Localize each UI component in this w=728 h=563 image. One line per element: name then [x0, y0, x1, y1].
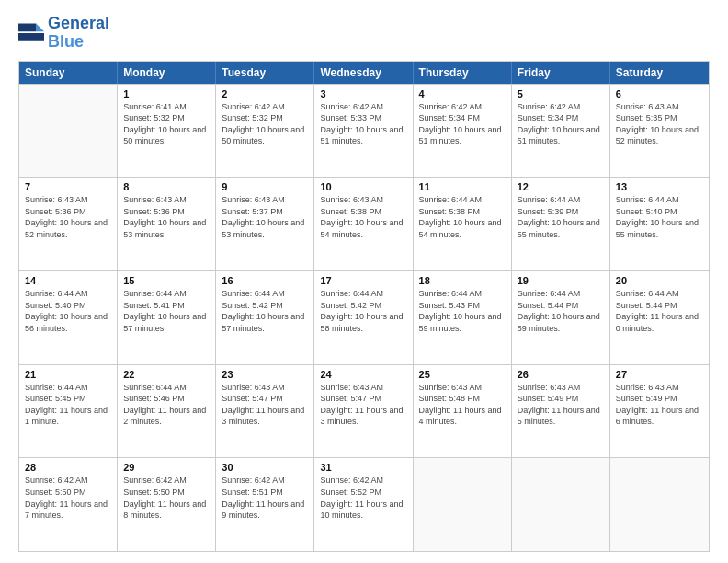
logo-text: GeneralBlue: [48, 15, 109, 52]
calendar-cell: 9Sunrise: 6:43 AM Sunset: 5:37 PM Daylig…: [216, 178, 314, 270]
day-number: 24: [320, 369, 406, 380]
day-number: 31: [320, 462, 406, 473]
calendar-cell: 8Sunrise: 6:43 AM Sunset: 5:36 PM Daylig…: [118, 178, 216, 270]
calendar-row: 21Sunrise: 6:44 AM Sunset: 5:45 PM Dayli…: [19, 364, 709, 458]
day-info: Sunrise: 6:44 AM Sunset: 5:42 PM Dayligh…: [222, 288, 308, 334]
calendar-cell: 4Sunrise: 6:42 AM Sunset: 5:34 PM Daylig…: [414, 85, 512, 178]
calendar-cell: 13Sunrise: 6:44 AM Sunset: 5:40 PM Dayli…: [610, 178, 709, 270]
calendar-cell: 22Sunrise: 6:44 AM Sunset: 5:46 PM Dayli…: [118, 365, 216, 458]
day-number: 10: [320, 181, 406, 192]
calendar-cell: 29Sunrise: 6:42 AM Sunset: 5:50 PM Dayli…: [118, 458, 216, 551]
logo-icon: [18, 20, 44, 46]
calendar-header-cell: Sunday: [19, 62, 118, 84]
calendar-cell: 31Sunrise: 6:42 AM Sunset: 5:52 PM Dayli…: [314, 458, 413, 551]
calendar: SundayMondayTuesdayWednesdayThursdayFrid…: [18, 61, 710, 552]
calendar-cell: 16Sunrise: 6:44 AM Sunset: 5:42 PM Dayli…: [216, 271, 314, 364]
day-info: Sunrise: 6:44 AM Sunset: 5:42 PM Dayligh…: [320, 288, 406, 334]
day-info: Sunrise: 6:43 AM Sunset: 5:47 PM Dayligh…: [222, 382, 308, 428]
calendar-row: 14Sunrise: 6:44 AM Sunset: 5:40 PM Dayli…: [19, 270, 709, 364]
day-info: Sunrise: 6:44 AM Sunset: 5:41 PM Dayligh…: [123, 288, 210, 334]
day-number: 22: [123, 369, 210, 380]
day-info: Sunrise: 6:43 AM Sunset: 5:36 PM Dayligh…: [25, 194, 111, 240]
day-info: Sunrise: 6:44 AM Sunset: 5:39 PM Dayligh…: [518, 194, 604, 240]
day-number: 26: [518, 369, 604, 380]
day-number: 21: [25, 369, 111, 380]
calendar-cell: 3Sunrise: 6:42 AM Sunset: 5:33 PM Daylig…: [314, 85, 413, 178]
day-info: Sunrise: 6:44 AM Sunset: 5:44 PM Dayligh…: [616, 288, 703, 334]
day-number: 30: [222, 462, 308, 473]
calendar-cell: [19, 85, 118, 178]
day-info: Sunrise: 6:42 AM Sunset: 5:34 PM Dayligh…: [419, 101, 506, 147]
calendar-cell: 28Sunrise: 6:42 AM Sunset: 5:50 PM Dayli…: [19, 458, 118, 551]
calendar-cell: 6Sunrise: 6:43 AM Sunset: 5:35 PM Daylig…: [610, 85, 709, 178]
day-number: 9: [222, 181, 308, 192]
day-number: 3: [320, 88, 406, 99]
day-number: 17: [320, 275, 406, 286]
calendar-cell: [512, 458, 610, 551]
day-number: 7: [25, 181, 111, 192]
day-info: Sunrise: 6:43 AM Sunset: 5:35 PM Dayligh…: [616, 101, 703, 147]
day-number: 20: [616, 275, 703, 286]
day-number: 29: [123, 462, 210, 473]
day-number: 11: [419, 181, 506, 192]
day-info: Sunrise: 6:44 AM Sunset: 5:43 PM Dayligh…: [419, 288, 506, 334]
day-number: 27: [616, 369, 703, 380]
day-number: 4: [419, 88, 506, 99]
calendar-header-cell: Saturday: [610, 62, 709, 84]
calendar-cell: 10Sunrise: 6:43 AM Sunset: 5:38 PM Dayli…: [314, 178, 413, 270]
day-info: Sunrise: 6:42 AM Sunset: 5:32 PM Dayligh…: [222, 101, 308, 147]
svg-rect-3: [18, 33, 44, 41]
day-info: Sunrise: 6:44 AM Sunset: 5:38 PM Dayligh…: [419, 194, 506, 240]
day-info: Sunrise: 6:44 AM Sunset: 5:40 PM Dayligh…: [25, 288, 111, 334]
calendar-header-cell: Tuesday: [216, 62, 314, 84]
calendar-cell: 14Sunrise: 6:44 AM Sunset: 5:40 PM Dayli…: [19, 271, 118, 364]
day-info: Sunrise: 6:44 AM Sunset: 5:46 PM Dayligh…: [123, 382, 210, 428]
calendar-cell: 19Sunrise: 6:44 AM Sunset: 5:44 PM Dayli…: [512, 271, 610, 364]
svg-rect-2: [18, 23, 36, 31]
calendar-cell: 7Sunrise: 6:43 AM Sunset: 5:36 PM Daylig…: [19, 178, 118, 270]
calendar-cell: 20Sunrise: 6:44 AM Sunset: 5:44 PM Dayli…: [610, 271, 709, 364]
page: GeneralBlue SundayMondayTuesdayWednesday…: [0, 0, 728, 563]
calendar-row: 1Sunrise: 6:41 AM Sunset: 5:32 PM Daylig…: [19, 84, 709, 178]
calendar-cell: [414, 458, 512, 551]
calendar-cell: 21Sunrise: 6:44 AM Sunset: 5:45 PM Dayli…: [19, 365, 118, 458]
calendar-cell: [610, 458, 709, 551]
calendar-header-cell: Friday: [512, 62, 610, 84]
calendar-cell: 11Sunrise: 6:44 AM Sunset: 5:38 PM Dayli…: [414, 178, 512, 270]
calendar-cell: 30Sunrise: 6:42 AM Sunset: 5:51 PM Dayli…: [216, 458, 314, 551]
calendar-cell: 25Sunrise: 6:43 AM Sunset: 5:48 PM Dayli…: [414, 365, 512, 458]
calendar-cell: 18Sunrise: 6:44 AM Sunset: 5:43 PM Dayli…: [414, 271, 512, 364]
day-number: 25: [419, 369, 506, 380]
day-info: Sunrise: 6:43 AM Sunset: 5:49 PM Dayligh…: [616, 382, 703, 428]
calendar-cell: 27Sunrise: 6:43 AM Sunset: 5:49 PM Dayli…: [610, 365, 709, 458]
day-number: 2: [222, 88, 308, 99]
day-info: Sunrise: 6:42 AM Sunset: 5:34 PM Dayligh…: [518, 101, 604, 147]
day-info: Sunrise: 6:43 AM Sunset: 5:36 PM Dayligh…: [123, 194, 210, 240]
day-info: Sunrise: 6:42 AM Sunset: 5:33 PM Dayligh…: [320, 101, 406, 147]
day-info: Sunrise: 6:42 AM Sunset: 5:50 PM Dayligh…: [25, 475, 111, 521]
day-number: 28: [25, 462, 111, 473]
day-info: Sunrise: 6:43 AM Sunset: 5:47 PM Dayligh…: [320, 382, 406, 428]
day-info: Sunrise: 6:42 AM Sunset: 5:52 PM Dayligh…: [320, 475, 406, 521]
day-info: Sunrise: 6:44 AM Sunset: 5:44 PM Dayligh…: [518, 288, 604, 334]
calendar-header-cell: Thursday: [414, 62, 512, 84]
day-number: 5: [518, 88, 604, 99]
header: GeneralBlue: [18, 15, 710, 52]
day-number: 1: [123, 88, 210, 99]
day-number: 16: [222, 275, 308, 286]
day-info: Sunrise: 6:43 AM Sunset: 5:49 PM Dayligh…: [518, 382, 604, 428]
day-number: 6: [616, 88, 703, 99]
calendar-cell: 2Sunrise: 6:42 AM Sunset: 5:32 PM Daylig…: [216, 85, 314, 178]
calendar-header: SundayMondayTuesdayWednesdayThursdayFrid…: [19, 62, 709, 84]
day-number: 13: [616, 181, 703, 192]
calendar-cell: 26Sunrise: 6:43 AM Sunset: 5:49 PM Dayli…: [512, 365, 610, 458]
day-info: Sunrise: 6:44 AM Sunset: 5:40 PM Dayligh…: [616, 194, 703, 240]
day-info: Sunrise: 6:41 AM Sunset: 5:32 PM Dayligh…: [123, 101, 210, 147]
day-number: 12: [518, 181, 604, 192]
calendar-cell: 12Sunrise: 6:44 AM Sunset: 5:39 PM Dayli…: [512, 178, 610, 270]
day-number: 23: [222, 369, 308, 380]
calendar-row: 7Sunrise: 6:43 AM Sunset: 5:36 PM Daylig…: [19, 177, 709, 270]
calendar-cell: 5Sunrise: 6:42 AM Sunset: 5:34 PM Daylig…: [512, 85, 610, 178]
day-number: 8: [123, 181, 210, 192]
calendar-cell: 1Sunrise: 6:41 AM Sunset: 5:32 PM Daylig…: [118, 85, 216, 178]
